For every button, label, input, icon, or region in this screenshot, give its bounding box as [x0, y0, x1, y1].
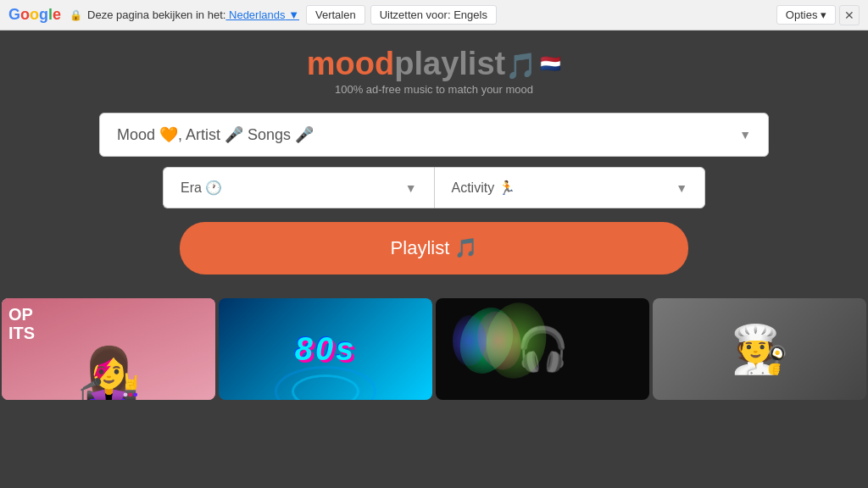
dismiss-button[interactable]: Uitzetten voor: Engels	[370, 5, 497, 25]
logo-flag: 🇳🇱	[540, 53, 561, 74]
era-dropdown-label: Era 🕐	[181, 180, 222, 196]
card1-text: OPITS	[8, 305, 35, 342]
playlist-button-label: Playlist 🎵	[391, 237, 478, 258]
translate-bar: Google 🔒 Deze pagina bekijken in het: Ne…	[0, 0, 868, 30]
activity-dropdown[interactable]: Activity 🏃 ▼	[434, 167, 706, 208]
playlist-button[interactable]: Playlist 🎵	[180, 222, 688, 274]
translate-buttons: Vertalen Uitzetten voor: Engels	[306, 5, 497, 25]
translate-right: Opties ▾ ✕	[776, 5, 860, 25]
language-link[interactable]: Nederlands ▼	[225, 8, 299, 21]
options-button[interactable]: Opties ▾	[776, 5, 836, 25]
logo-tagline: 100% ad-free music to match your mood	[335, 83, 533, 96]
logo-playlist: playlist	[394, 46, 505, 81]
card2-text: 80s	[295, 331, 356, 368]
google-logo: Google	[8, 6, 61, 24]
secondary-dropdowns: Era 🕐 ▼ Activity 🏃 ▼	[163, 167, 705, 208]
logo-music-icon: 🎵	[505, 52, 537, 80]
main-content: moodplaylist🎵 🇳🇱 100% ad-free music to m…	[0, 30, 868, 488]
mood-dropdown[interactable]: Mood 🧡, Artist 🎤 Songs 🎤 ▼	[99, 113, 769, 157]
translate-message: Deze pagina bekijken in het:	[87, 8, 225, 21]
mood-dropdown-container: Mood 🧡, Artist 🎤 Songs 🎤 ▼	[99, 113, 769, 157]
card1-person: 👩‍🎤	[77, 344, 141, 400]
activity-dropdown-label: Activity 🏃	[452, 180, 515, 196]
mood-dropdown-arrow: ▼	[739, 128, 751, 141]
card-1[interactable]: OPITS 👩‍🎤	[2, 298, 215, 400]
close-button[interactable]: ✕	[839, 5, 860, 25]
translate-button[interactable]: Vertalen	[306, 5, 365, 25]
lock-icon: 🔒	[70, 9, 82, 21]
logo-container: moodplaylist🎵 🇳🇱 100% ad-free music to m…	[307, 47, 561, 96]
era-dropdown[interactable]: Era 🕐 ▼	[163, 167, 434, 208]
card-3[interactable]: 🎧	[436, 298, 649, 400]
logo: moodplaylist🎵	[307, 47, 537, 80]
era-dropdown-arrow: ▼	[405, 181, 417, 195]
mood-dropdown-label: Mood 🧡, Artist 🎤 Songs 🎤	[117, 125, 314, 144]
activity-dropdown-arrow: ▼	[676, 181, 687, 195]
card-4[interactable]: 🧑‍🍳	[653, 298, 866, 400]
card-2[interactable]: 80s	[219, 298, 432, 400]
card4-icon: 🧑‍🍳	[731, 322, 789, 377]
logo-mood: mood	[307, 46, 394, 81]
cards-row: OPITS 👩‍🎤 80s	[0, 298, 868, 400]
